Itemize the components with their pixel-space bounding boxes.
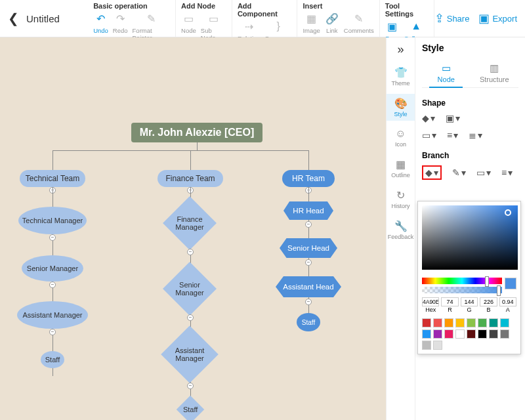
grid-icon: ▦ (396, 158, 406, 171)
swatch[interactable] (444, 329, 453, 339)
a-input[interactable] (499, 297, 516, 306)
pen-icon: ✎ (452, 167, 460, 178)
rail-history[interactable]: ↻History (387, 186, 415, 213)
group-basic-label: Basic operation (92, 0, 171, 10)
share-button[interactable]: ⇪Share (434, 11, 470, 26)
hex-label: Hex (422, 306, 439, 313)
link-button[interactable]: 🔗Link (325, 11, 339, 34)
collapse-toggle[interactable]: − (49, 282, 56, 288)
swatch[interactable] (489, 318, 498, 327)
redo-icon: ↷ (113, 11, 127, 26)
branch-pen-button[interactable]: ✎▾ (452, 165, 466, 180)
export-button[interactable]: ▣Export (478, 11, 517, 26)
node-fin-assistant[interactable]: Assistant Manager (161, 326, 219, 383)
node-hr-senior[interactable]: Senior Head (280, 238, 337, 258)
rail-style[interactable]: 🎨Style (387, 94, 415, 121)
color-gradient[interactable] (422, 205, 518, 270)
node-tab-icon: ▭ (422, 62, 471, 74)
hue-slider[interactable] (422, 278, 502, 284)
side-rail: » 👕Theme 🎨Style ☺Icon ▦Outline ↻History … (386, 37, 415, 420)
shape-line-button[interactable]: ≡▾ (447, 130, 458, 140)
shape-fill-button[interactable]: ◆▾ (422, 113, 435, 123)
alpha-slider[interactable] (422, 287, 502, 293)
b-label: B (480, 306, 497, 313)
collapse-toggle[interactable]: − (305, 299, 312, 305)
swatch[interactable] (467, 318, 476, 327)
panel-tabs: ▭Node ▥Structure (422, 62, 518, 88)
swatch[interactable] (422, 341, 431, 350)
tab-structure[interactable]: ▥Structure (471, 62, 519, 87)
node-hr-assistant[interactable]: Assistant Head (276, 276, 341, 297)
document-title[interactable]: Untitled (26, 13, 60, 24)
swatch[interactable] (478, 318, 487, 327)
node-fin-senior[interactable]: Senior Manager (163, 262, 217, 316)
node-tech-staff[interactable]: Staff (41, 351, 64, 368)
swatch[interactable] (455, 329, 465, 339)
swatch[interactable] (467, 329, 476, 339)
swatch[interactable] (455, 318, 465, 327)
swatch[interactable] (422, 318, 431, 327)
history-icon: ↻ (396, 189, 405, 201)
collapse-panel-button[interactable]: » (388, 43, 414, 56)
rail-icon[interactable]: ☺Icon (387, 125, 415, 151)
node-hr-team[interactable]: HR Team (282, 170, 335, 187)
fill-icon: ◆ (425, 167, 432, 178)
swatch[interactable] (433, 318, 442, 327)
node-fin-staff[interactable]: Staff (177, 396, 204, 420)
swatch[interactable] (500, 329, 509, 339)
back-button[interactable]: ❮ (0, 10, 26, 26)
node-fin-mgr[interactable]: Finance Manager (163, 196, 217, 250)
node-hr-staff[interactable]: Staff (297, 313, 320, 331)
subnode-icon: ▭ (206, 11, 220, 26)
swatch[interactable] (500, 318, 509, 327)
swatch[interactable] (444, 318, 453, 327)
panel-title: Style (422, 43, 518, 53)
shape-dash-button[interactable]: ≣▾ (469, 130, 482, 140)
node-root[interactable]: Mr. John Alexzie [CEO] (131, 123, 262, 142)
collapse-toggle[interactable]: − (187, 314, 194, 321)
image-button[interactable]: ▦Image (303, 11, 320, 34)
collapse-toggle[interactable]: − (187, 383, 194, 389)
shape-rect-button[interactable]: ▭▾ (422, 130, 436, 140)
collapse-toggle[interactable]: − (305, 259, 312, 266)
group-add-component: Add Component ⇢Relation }Summary (232, 0, 298, 37)
undo-icon: ↶ (93, 11, 108, 26)
collapse-toggle[interactable]: − (187, 249, 194, 255)
node-fin-team[interactable]: Finance Team (158, 170, 223, 187)
comments-button[interactable]: ✎Comments (344, 11, 374, 34)
rail-theme[interactable]: 👕Theme (387, 63, 415, 90)
node-tech-mgr[interactable]: Technical Manager (18, 207, 87, 234)
branch-fill-button[interactable]: ◆▾ (425, 167, 438, 178)
collapse-toggle[interactable]: − (49, 234, 56, 241)
brush-icon: ✎ (144, 11, 158, 26)
rail-outline[interactable]: ▦Outline (387, 155, 415, 182)
swatch[interactable] (433, 329, 442, 339)
swatch[interactable] (489, 329, 498, 339)
swatch[interactable] (433, 341, 442, 350)
branch-rect-button[interactable]: ▭▾ (476, 165, 491, 180)
shirt-icon: 👕 (394, 66, 408, 79)
node-tech-assistant[interactable]: Assistant Manager (17, 301, 88, 329)
rail-feedback[interactable]: 🔧Feedback (387, 217, 415, 243)
b-input[interactable] (480, 297, 497, 306)
node-tech-team[interactable]: Technical Team (20, 170, 85, 187)
group-insert-label: Insert (301, 0, 375, 10)
shape-preset-button[interactable]: ▣▾ (446, 113, 460, 123)
swatch[interactable] (478, 329, 487, 339)
tab-node[interactable]: ▭Node (422, 62, 471, 87)
canvas[interactable]: Mr. John Alexzie [CEO] Technical Team − … (0, 37, 386, 420)
collapse-toggle[interactable]: − (305, 221, 312, 228)
r-input[interactable] (441, 297, 458, 306)
branch-line-button[interactable]: ≡▾ (501, 165, 513, 180)
swatch[interactable] (422, 329, 431, 339)
smile-icon: ☺ (395, 128, 406, 140)
g-input[interactable] (461, 297, 478, 306)
hex-input[interactable] (422, 297, 439, 306)
node-tech-senior[interactable]: Senior Manager (22, 255, 83, 282)
connector (308, 150, 309, 170)
connector (52, 150, 308, 151)
gradient-handle[interactable] (505, 209, 511, 216)
node-hr-head[interactable]: HR Head (284, 201, 333, 220)
color-picker: Hex R G B A (417, 201, 521, 354)
collapse-toggle[interactable]: − (49, 329, 56, 335)
